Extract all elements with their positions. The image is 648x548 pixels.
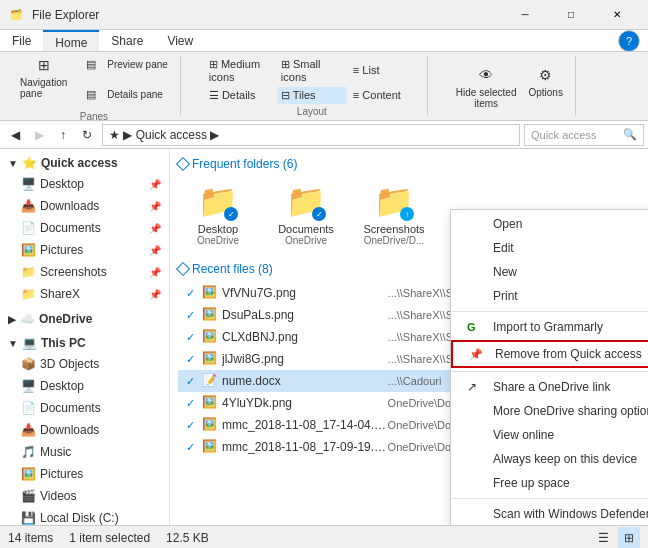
sidebar-header-quick-access[interactable]: ▼ ⭐ Quick access [0, 153, 169, 173]
sidebar-item-pc-desktop[interactable]: 🖥️ Desktop [0, 375, 169, 397]
navigation-pane-button[interactable]: ⊞ Navigationpane [16, 51, 71, 109]
back-button[interactable]: ◀ [4, 124, 26, 146]
sidebar-item-documents[interactable]: 📄 Documents 📌 [0, 217, 169, 239]
options-button[interactable]: ⚙ Options [524, 61, 566, 111]
pictures-pin: 📌 [149, 245, 161, 256]
layout-buttons: ⊞ Medium icons ⊞ Small icons ≡ List ☰ De… [205, 56, 419, 104]
sidebar-item-pictures[interactable]: 🖼️ Pictures 📌 [0, 239, 169, 261]
sidebar-section-quick-access: ▼ ⭐ Quick access 🖥️ Desktop 📌 📥 Download… [0, 153, 169, 305]
details-button[interactable]: ☰ Details [205, 87, 275, 104]
selected-count: 1 item selected [69, 531, 150, 545]
ctx-grammarly-icon: G [467, 321, 485, 333]
minimize-button[interactable]: ─ [502, 0, 548, 30]
folder-documents[interactable]: 📁 ✓ Documents OneDrive [266, 177, 346, 250]
close-button[interactable]: ✕ [594, 0, 640, 30]
sidebar: ▼ ⭐ Quick access 🖥️ Desktop 📌 📥 Download… [0, 149, 170, 525]
tab-share[interactable]: Share [99, 30, 155, 51]
small-icons-button[interactable]: ⊞ Small icons [277, 56, 347, 85]
search-box[interactable]: Quick access 🔍 [524, 124, 644, 146]
quick-access-label: Quick access [41, 156, 118, 170]
preview-pane-button[interactable]: ▤ Preview pane [75, 51, 172, 79]
folder-screenshots[interactable]: 📁 ↑ Screenshots OneDrive/D... [354, 177, 434, 250]
folder-documents-name: Documents [278, 223, 334, 235]
ctx-more-sharing-label: More OneDrive sharing options [493, 404, 648, 418]
pc-downloads-icon: 📥 [20, 422, 36, 438]
maximize-button[interactable]: □ [548, 0, 594, 30]
navigation-pane-icon: ⊞ [32, 53, 56, 77]
file-icon-1: 🖼️ [202, 307, 218, 323]
ctx-print[interactable]: Print [451, 284, 648, 308]
sidebar-item-desktop[interactable]: 🖥️ Desktop 📌 [0, 173, 169, 195]
ctx-share-onedrive-label: Share a OneDrive link [493, 380, 610, 394]
onedrive-chevron: ▶ [8, 314, 16, 325]
content-button[interactable]: ≡ Content [349, 87, 419, 104]
sidebar-item-music[interactable]: 🎵 Music [0, 441, 169, 463]
thispc-label: This PC [41, 336, 86, 350]
ctx-remove-quick-access[interactable]: 📌 Remove from Quick access [451, 340, 648, 368]
file-name-6: mmc_2018-11-08_17-14-04.png [222, 418, 388, 432]
screenshots-label: Screenshots [40, 265, 107, 279]
layout-group-label: Layout [297, 106, 327, 117]
up-button[interactable]: ↑ [52, 124, 74, 146]
options-buttons: 👁 Hide selecteditems ⚙ Options [452, 61, 567, 111]
ctx-always-keep[interactable]: Always keep on this device [451, 447, 648, 471]
folder-desktop[interactable]: 📁 ✓ Desktop OneDrive [178, 177, 258, 250]
options-icon: ⚙ [534, 63, 558, 87]
documents-pin: 📌 [149, 223, 161, 234]
sidebar-item-localdisk[interactable]: 💾 Local Disk (C:) [0, 507, 169, 525]
grid-view-button[interactable]: ⊞ [618, 527, 640, 549]
address-path[interactable]: ★ ▶ Quick access ▶ [102, 124, 520, 146]
search-icon: 🔍 [623, 128, 637, 141]
sidebar-item-pc-downloads[interactable]: 📥 Downloads [0, 419, 169, 441]
list-view-button[interactable]: ☰ [592, 527, 614, 549]
hide-selected-label: Hide selecteditems [456, 87, 517, 109]
sidebar-item-pc-pictures[interactable]: 🖼️ Pictures [0, 463, 169, 485]
ctx-share-onedrive[interactable]: ↗Share a OneDrive link [451, 375, 648, 399]
file-name-0: VfVNu7G.png [222, 286, 388, 300]
ctx-edit[interactable]: Edit [451, 236, 648, 260]
downloads-pin: 📌 [149, 201, 161, 212]
sidebar-header-onedrive[interactable]: ▶ ☁️ OneDrive [0, 309, 169, 329]
downloads-icon: 📥 [20, 198, 36, 214]
address-bar: ◀ ▶ ↑ ↻ ★ ▶ Quick access ▶ Quick access … [0, 121, 648, 149]
tab-file[interactable]: File [0, 30, 43, 51]
forward-button[interactable]: ▶ [28, 124, 50, 146]
file-icon-7: 🖼️ [202, 439, 218, 455]
sidebar-header-thispc[interactable]: ▼ 💻 This PC [0, 333, 169, 353]
sharex-icon: 📁 [20, 286, 36, 302]
medium-icons-button[interactable]: ⊞ Medium icons [205, 56, 275, 85]
ctx-free-space[interactable]: Free up space [451, 471, 648, 495]
tab-home[interactable]: Home [43, 30, 99, 51]
ctx-scan-defender[interactable]: Scan with Windows Defender... [451, 502, 648, 525]
ribbon: File Home Share View ? ⊞ Navigationpane … [0, 30, 648, 121]
ctx-new[interactable]: New [451, 260, 648, 284]
tab-view[interactable]: View [155, 30, 205, 51]
ctx-open[interactable]: Open [451, 212, 648, 236]
pc-pictures-icon: 🖼️ [20, 466, 36, 482]
tiles-button[interactable]: ⊟ Tiles [277, 87, 347, 104]
sidebar-item-sharex[interactable]: 📁 ShareX 📌 [0, 283, 169, 305]
ctx-view-online-label: View online [493, 428, 554, 442]
ctx-view-online[interactable]: View online [451, 423, 648, 447]
sidebar-item-pc-documents[interactable]: 📄 Documents [0, 397, 169, 419]
details-pane-button[interactable]: ▤ Details pane [75, 81, 172, 109]
hide-selected-items-button[interactable]: 👁 Hide selecteditems [452, 61, 521, 111]
sidebar-item-3dobjects[interactable]: 📦 3D Objects [0, 353, 169, 375]
ctx-grammarly[interactable]: GImport to Grammarly [451, 315, 648, 339]
refresh-button[interactable]: ↻ [76, 124, 98, 146]
ribbon-content: ⊞ Navigationpane ▤ Preview pane ▤ Detail… [0, 52, 648, 120]
screenshots-pin: 📌 [149, 267, 161, 278]
sidebar-item-downloads[interactable]: 📥 Downloads 📌 [0, 195, 169, 217]
file-name-4: nume.docx [222, 374, 388, 388]
music-icon: 🎵 [20, 444, 36, 460]
pc-documents-icon: 📄 [20, 400, 36, 416]
pictures-label: Pictures [40, 243, 83, 257]
help-button[interactable]: ? [618, 30, 640, 52]
ctx-remove-label: Remove from Quick access [495, 347, 642, 361]
list-button[interactable]: ≡ List [349, 56, 419, 85]
ctx-more-sharing[interactable]: More OneDrive sharing options [451, 399, 648, 423]
app-icon: 🗂️ [8, 7, 24, 23]
sidebar-item-screenshots[interactable]: 📁 Screenshots 📌 [0, 261, 169, 283]
quick-access-icon: ⭐ [22, 156, 37, 170]
sidebar-item-videos[interactable]: 🎬 Videos [0, 485, 169, 507]
